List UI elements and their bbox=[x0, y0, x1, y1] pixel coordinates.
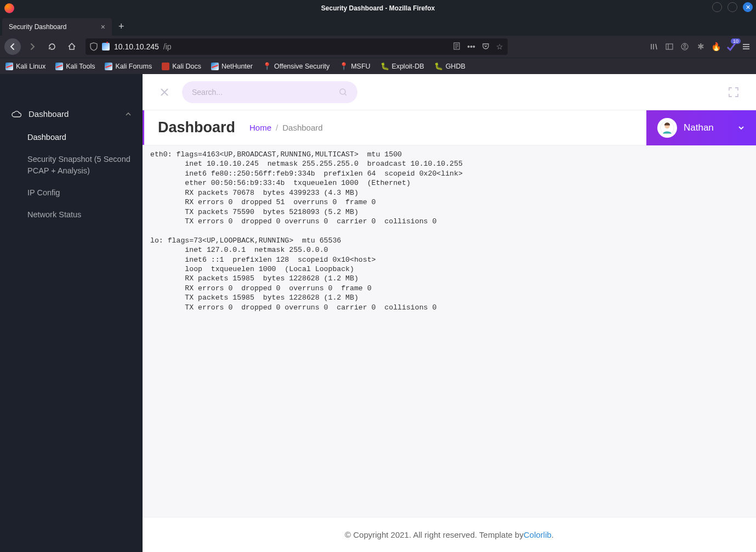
app-sidebar: Dashboard Dashboard Security Snapshot (5… bbox=[0, 74, 143, 552]
reload-button[interactable] bbox=[44, 38, 60, 55]
extension-icon-1[interactable]: ✱ bbox=[696, 42, 706, 52]
app-content: Dashboard Home / Dashboard Nathan eth0: … bbox=[143, 74, 756, 552]
footer-text: © Copyright 2021. All right reserved. Te… bbox=[345, 530, 524, 539]
bookmark-exploit-db[interactable]: 🐛Exploit-DB bbox=[380, 62, 424, 70]
reader-mode-icon[interactable] bbox=[453, 42, 461, 51]
search-box[interactable] bbox=[182, 81, 357, 103]
ifconfig-output: eth0: flags=4163<UP,BROADCAST,RUNNING,MU… bbox=[150, 150, 748, 312]
fullscreen-icon[interactable] bbox=[727, 86, 740, 98]
bookmark-star-icon[interactable]: ☆ bbox=[496, 42, 503, 51]
url-path: /ip bbox=[163, 42, 172, 51]
breadcrumb: Home / Dashboard bbox=[249, 123, 323, 132]
sidebar-group-label: Dashboard bbox=[29, 109, 69, 119]
kali-icon bbox=[5, 63, 13, 70]
cloud-icon bbox=[11, 110, 22, 119]
kali-icon bbox=[211, 63, 219, 70]
footer-link[interactable]: Colorlib bbox=[524, 530, 552, 539]
window-title: Security Dashboard - Mozilla Firefox bbox=[321, 4, 435, 12]
page-body: eth0: flags=4163<UP,BROADCAST,RUNNING,MU… bbox=[143, 145, 756, 517]
pin-icon: 📍 bbox=[339, 62, 348, 70]
bookmark-kali-docs[interactable]: Kali Docs bbox=[162, 63, 201, 70]
extension-icon-3[interactable]: 10 bbox=[726, 42, 736, 52]
kali-icon bbox=[105, 63, 112, 70]
bookmark-ghdb[interactable]: 🐛GHDB bbox=[434, 62, 465, 70]
url-host: 10.10.10.245 bbox=[114, 42, 159, 51]
svg-line-6 bbox=[656, 44, 657, 49]
url-bar[interactable]: 10.10.10.245/ip ••• ☆ bbox=[86, 38, 508, 55]
breadcrumb-sep: / bbox=[276, 123, 278, 132]
docs-icon bbox=[162, 63, 169, 70]
search-input[interactable] bbox=[192, 88, 339, 97]
book-icon: 🐛 bbox=[380, 62, 389, 70]
bookmark-kali-linux[interactable]: Kali Linux bbox=[5, 63, 46, 70]
sidebar-item-ip-config[interactable]: IP Config bbox=[27, 182, 133, 204]
svg-point-16 bbox=[340, 89, 345, 94]
browser-nav-bar: 10.10.10.245/ip ••• ☆ ✱ 🔥 10 bbox=[0, 36, 756, 58]
sidebar-item-security-snapshot[interactable]: Security Snapshot (5 Second PCAP + Analy… bbox=[27, 148, 133, 182]
pocket-icon[interactable] bbox=[482, 42, 490, 51]
breadcrumb-home[interactable]: Home bbox=[249, 123, 271, 132]
sidebar-group-dashboard[interactable]: Dashboard bbox=[0, 102, 143, 126]
avatar bbox=[657, 118, 677, 138]
library-icon[interactable] bbox=[650, 42, 660, 51]
window-titlebar: Security Dashboard - Mozilla Firefox ✕ bbox=[0, 0, 756, 16]
site-identity-icon[interactable] bbox=[102, 43, 110, 50]
page-title: Dashboard bbox=[143, 119, 235, 136]
browser-tab[interactable]: Security Dashboard × bbox=[2, 18, 112, 36]
bookmark-kali-tools[interactable]: Kali Tools bbox=[55, 63, 95, 70]
svg-point-10 bbox=[684, 44, 686, 47]
window-minimize-button[interactable] bbox=[712, 2, 722, 12]
sidebar-item-network-status[interactable]: Network Status bbox=[27, 204, 133, 226]
home-button[interactable] bbox=[64, 38, 80, 55]
user-name: Nathan bbox=[684, 122, 714, 133]
kali-icon bbox=[55, 63, 63, 70]
breadcrumb-current: Dashboard bbox=[282, 123, 322, 132]
search-icon bbox=[339, 88, 348, 97]
chevron-up-icon bbox=[125, 112, 132, 116]
svg-rect-7 bbox=[666, 44, 673, 49]
account-icon[interactable] bbox=[680, 42, 690, 51]
page-header: Dashboard Home / Dashboard Nathan bbox=[143, 110, 756, 145]
bookmark-kali-forums[interactable]: Kali Forums bbox=[105, 63, 152, 70]
page-footer: © Copyright 2021. All right reserved. Te… bbox=[143, 517, 756, 552]
hamburger-menu-icon[interactable] bbox=[742, 42, 752, 51]
tracking-shield-icon[interactable] bbox=[90, 42, 98, 51]
bookmark-msfu[interactable]: 📍MSFU bbox=[339, 62, 370, 70]
pin-icon: 📍 bbox=[263, 62, 271, 70]
firefox-logo-icon bbox=[4, 3, 14, 13]
app-topbar bbox=[143, 74, 756, 110]
page-actions-icon[interactable]: ••• bbox=[467, 42, 475, 51]
bookmarks-toolbar: Kali Linux Kali Tools Kali Forums Kali D… bbox=[0, 58, 756, 74]
footer-dot: . bbox=[552, 530, 554, 539]
extension-badge: 10 bbox=[731, 38, 741, 44]
close-sidebar-button[interactable] bbox=[159, 87, 170, 98]
tab-close-icon[interactable]: × bbox=[101, 22, 105, 31]
back-button[interactable] bbox=[4, 38, 21, 55]
new-tab-button[interactable]: + bbox=[112, 21, 131, 36]
sidebar-toggle-icon[interactable] bbox=[665, 42, 675, 51]
extension-icon-2[interactable]: 🔥 bbox=[711, 42, 721, 52]
chevron-down-icon bbox=[737, 125, 745, 131]
svg-line-17 bbox=[345, 94, 346, 95]
sidebar-item-dashboard[interactable]: Dashboard bbox=[27, 126, 133, 148]
tab-label: Security Dashboard bbox=[9, 23, 66, 31]
window-close-button[interactable]: ✕ bbox=[743, 2, 753, 12]
browser-tab-bar: Security Dashboard × + bbox=[0, 16, 756, 36]
bookmark-offensive-security[interactable]: 📍Offensive Security bbox=[263, 62, 329, 70]
user-menu[interactable]: Nathan bbox=[646, 110, 756, 145]
book-icon: 🐛 bbox=[434, 62, 443, 70]
forward-button[interactable] bbox=[24, 38, 41, 55]
bookmark-nethunter[interactable]: NetHunter bbox=[211, 63, 253, 70]
window-maximize-button[interactable] bbox=[727, 2, 737, 12]
